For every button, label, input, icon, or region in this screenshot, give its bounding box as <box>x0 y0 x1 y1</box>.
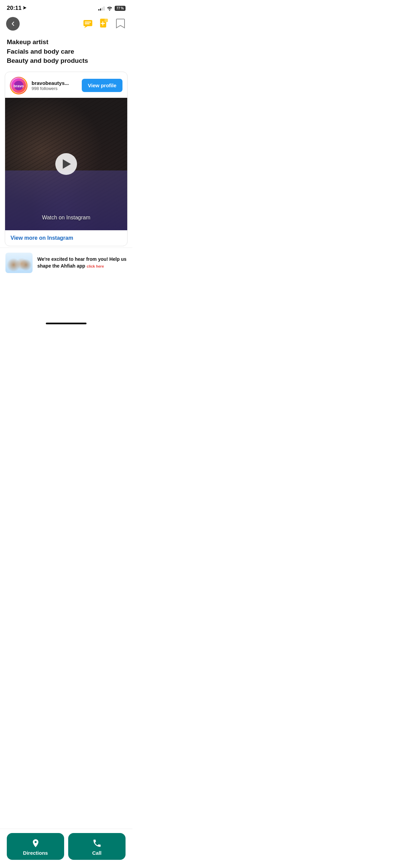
survey-banner[interactable]: We're excited to hear from you! Help us … <box>0 248 132 278</box>
username: bravobeautys... <box>32 80 69 86</box>
battery-level: 77 <box>116 6 120 10</box>
profile-text: bravobeautys... 998 followers <box>32 80 69 91</box>
survey-image <box>5 253 33 273</box>
services-section: Makeup artist Facials and body care Beau… <box>0 34 132 72</box>
svg-rect-0 <box>83 20 92 26</box>
back-button[interactable] <box>6 17 20 31</box>
watch-on-instagram-label: Watch on Instagram <box>5 215 127 221</box>
bookmark-icon <box>116 18 125 29</box>
survey-people-image <box>5 253 33 273</box>
view-more-instagram-link[interactable]: View more on Instagram <box>5 230 127 246</box>
svg-marker-3 <box>84 26 88 28</box>
play-triangle-icon <box>63 159 71 169</box>
location-arrow-icon <box>23 6 27 11</box>
profile-card: bravo bravobeautys... 998 followers View… <box>5 72 128 246</box>
survey-text-block: We're excited to hear from you! Help us … <box>37 256 127 269</box>
profile-header: bravo bravobeautys... 998 followers View… <box>5 72 127 98</box>
status-time: 20:11 <box>7 5 27 12</box>
nav-bar <box>0 14 132 34</box>
svg-rect-5 <box>104 19 108 22</box>
avatar-initials: bravo <box>11 78 26 93</box>
home-bar <box>46 323 87 324</box>
home-indicator <box>0 319 132 329</box>
service-item-2: Facials and body care <box>7 47 126 56</box>
chat-icon-button[interactable] <box>82 18 94 30</box>
avatar: bravo <box>10 77 27 94</box>
add-document-button[interactable] <box>98 18 110 30</box>
video-container[interactable]: Watch on Instagram <box>5 98 127 230</box>
wifi-icon <box>107 6 113 11</box>
service-item-3: Beauty and body products <box>7 56 126 66</box>
survey-text: We're excited to hear from you! Help us … <box>37 256 127 269</box>
bookmark-button[interactable] <box>115 18 126 30</box>
fabric-overlay <box>5 170 127 230</box>
profile-info: bravo bravobeautys... 998 followers <box>10 77 69 94</box>
chat-icon <box>83 19 93 28</box>
followers-count: 998 followers <box>32 86 69 91</box>
add-document-icon <box>100 18 109 29</box>
back-icon <box>10 21 16 27</box>
battery-icon: 77% <box>115 6 126 11</box>
view-profile-button[interactable]: View profile <box>82 79 122 92</box>
status-icons: 77% <box>98 6 126 11</box>
status-bar: 20:11 77% <box>0 0 132 14</box>
nav-actions <box>82 18 126 30</box>
play-button[interactable] <box>55 153 77 175</box>
bravo-logo: bravo <box>14 80 24 91</box>
click-here-link[interactable]: click here <box>87 264 104 268</box>
signal-icon <box>98 6 104 11</box>
service-item-1: Makeup artist <box>7 37 126 47</box>
svg-text:bravo: bravo <box>14 84 24 88</box>
time-display: 20:11 <box>7 5 21 12</box>
